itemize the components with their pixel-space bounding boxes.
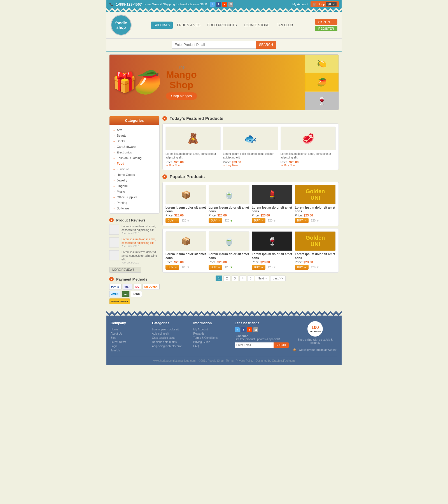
arrow-icon: →	[113, 157, 116, 160]
popular-price-1-2: Price: $23.00	[209, 214, 249, 217]
search-button[interactable]: SEARCH	[256, 41, 276, 49]
my-account-link[interactable]: My Account	[292, 3, 308, 6]
cat-beauty[interactable]: → Beauty	[109, 133, 159, 138]
cat-cart-software[interactable]: → Cart Software	[109, 144, 159, 150]
featured-buy-3[interactable]: → Buy Now	[281, 164, 295, 167]
popular-price-2-3: Price: $23.00	[252, 260, 293, 264]
heart-icon-1-3[interactable]: ♥	[274, 219, 276, 223]
footer-twitter-icon[interactable]: t	[235, 327, 240, 332]
nav-locate-store[interactable]: LOCATE STORE	[241, 22, 272, 29]
mango-icon: 🥭	[134, 69, 162, 95]
footer-cat-link-2[interactable]: Adipiscing elit	[152, 332, 189, 336]
featured-buy-2[interactable]: → Buy Now	[223, 164, 238, 167]
featured-products-grid: 🧸 Lorem ipsum dolor sit amet, cons ectet…	[162, 123, 339, 170]
page-5[interactable]: 5	[247, 276, 254, 281]
popular-buy-2-4[interactable]: BUY →	[295, 265, 309, 270]
cat-fashion[interactable]: → Fashion / Clothing	[109, 155, 159, 161]
footer-cat-link-5[interactable]: Adipiscing nibh placerat	[152, 344, 189, 348]
footer-info-link-4[interactable]: Buying Guide	[193, 340, 230, 344]
shop-mangos-button[interactable]: Shop Mangos	[166, 92, 197, 100]
search-input[interactable]	[172, 41, 256, 49]
footer-cat-link-4[interactable]: Dapibus ante mattis	[152, 340, 189, 344]
popular-likes-1-1: 120	[181, 219, 186, 222]
popular-title-2-3: Lorem ipsum dolor sit amet cons	[252, 252, 293, 260]
heart-icon-2-2[interactable]: ♥	[230, 265, 232, 269]
popular-likes-2-2: 120	[225, 266, 229, 269]
popular-buy-1-1[interactable]: BUY →	[165, 218, 179, 223]
footer-link-about[interactable]: About Us	[111, 332, 148, 336]
featured-buy-1[interactable]: → Buy Now	[165, 164, 180, 167]
heart-icon-2-1[interactable]: ♥	[187, 265, 189, 269]
page-last[interactable]: Last >>	[270, 276, 286, 281]
page-next[interactable]: Next >	[255, 276, 269, 281]
sign-in-button[interactable]: SIGN IN	[315, 19, 337, 25]
page-2[interactable]: 2	[223, 276, 230, 281]
heart-icon-2-4[interactable]: ♥	[317, 265, 319, 269]
cat-music[interactable]: → Music	[109, 189, 159, 194]
footer-cat-link-1[interactable]: Lorem ipsum dolor sit	[152, 327, 189, 332]
popular-buy-2-1[interactable]: BUY →	[165, 265, 179, 270]
footer-link-blog[interactable]: Blog	[111, 336, 148, 340]
popular-buy-1-4[interactable]: BUY →	[295, 218, 309, 223]
footer-email-input[interactable]	[235, 342, 274, 348]
footer-link-home[interactable]: Home	[111, 327, 148, 332]
popular-buy-2-3[interactable]: BUY →	[252, 265, 265, 270]
more-reviews-button[interactable]: MORE REVIEWS →	[109, 267, 141, 273]
review-item-2: Lorem ipsum dolor sit amet, consectetur …	[109, 237, 160, 248]
page-1[interactable]: 1	[216, 276, 222, 281]
popular-img-1-3: 💄	[252, 185, 293, 204]
page-4[interactable]: 4	[239, 276, 246, 281]
heart-icon-1-2[interactable]: ♥	[230, 219, 232, 223]
arrow-icon: →	[113, 196, 116, 199]
footer-info-link-5[interactable]: FAQ	[193, 344, 230, 348]
cat-printing[interactable]: → Printing	[109, 200, 159, 206]
reviews-bullet: ●	[109, 218, 114, 222]
popular-likes-2-1: 120	[181, 266, 186, 269]
rss-icon[interactable]: r	[222, 2, 227, 7]
nav-fruits[interactable]: FRUITS & VEG	[174, 22, 203, 29]
cat-books[interactable]: → Books	[109, 138, 159, 144]
footer-cat-link-3[interactable]: Cras suscipit lacus	[152, 336, 189, 340]
cat-office-supplies[interactable]: → Office Supplies	[109, 194, 159, 200]
nav-specials[interactable]: SPECIALS	[151, 22, 173, 29]
twitter-icon[interactable]: t	[210, 2, 215, 7]
facebook-icon[interactable]: f	[216, 2, 221, 7]
nav-food-products[interactable]: FOOD PRODUCTS	[205, 22, 240, 29]
heart-icon-1-1[interactable]: ♥	[187, 219, 189, 223]
cat-software[interactable]: → Software	[109, 206, 159, 211]
cat-lingerie[interactable]: → Lingerie	[109, 183, 159, 189]
cat-furniture[interactable]: → Furniture	[109, 166, 159, 172]
footer-info-link-3[interactable]: Terms & Conditions	[193, 336, 230, 340]
popular-buy-2-2[interactable]: BUY →	[209, 265, 222, 270]
cat-arts[interactable]: → Arts	[109, 127, 159, 133]
footer-email-icon[interactable]: ✉	[253, 327, 258, 332]
footer-rss-icon[interactable]: r	[247, 327, 252, 332]
footer-facebook-icon[interactable]: f	[241, 327, 246, 332]
footer-link-join[interactable]: Join Us	[111, 348, 148, 353]
footer-link-login[interactable]: Login	[111, 344, 148, 348]
cat-electronics[interactable]: → Electronics	[109, 150, 159, 155]
popular-buy-1-2[interactable]: BUY →	[209, 218, 222, 223]
footer-submit-button[interactable]: SUBMIT	[274, 342, 289, 348]
footer-info-link-2[interactable]: Rewards	[193, 332, 230, 336]
footer-info-link-1[interactable]: My Account	[193, 327, 230, 332]
featured-desc-2: Lorem ipsum dolor sit amet, cons ectetur…	[223, 152, 278, 159]
logo[interactable]: foodie shop	[111, 15, 132, 36]
nav-fan-club[interactable]: FAN CLUB	[274, 22, 296, 29]
footer-categories-links: Lorem ipsum dolor sit Adipiscing elit Cr…	[152, 327, 189, 348]
page-3[interactable]: 3	[232, 276, 238, 281]
arrow-icon: →	[113, 168, 116, 171]
register-button[interactable]: REGISTER	[315, 26, 337, 31]
email-icon[interactable]: ✉	[228, 2, 233, 7]
cart-button[interactable]: 🛒 Shop $0.00	[311, 1, 339, 7]
cat-home-goods[interactable]: → Home Goods	[109, 172, 159, 178]
heart-icon-1-4[interactable]: ♥	[317, 219, 319, 223]
featured-header: ● Today's Featured Products	[162, 116, 339, 121]
cat-jewelry[interactable]: → Jewelry	[109, 178, 159, 183]
cat-food[interactable]: → Food	[109, 161, 159, 166]
popular-buy-1-3[interactable]: BUY →	[252, 218, 265, 223]
gift-box-icon: 🎁	[112, 71, 137, 94]
footer-link-news[interactable]: Latest News	[111, 340, 148, 344]
arrow-icon: →	[113, 129, 116, 132]
heart-icon-2-3[interactable]: ♥	[274, 265, 276, 269]
